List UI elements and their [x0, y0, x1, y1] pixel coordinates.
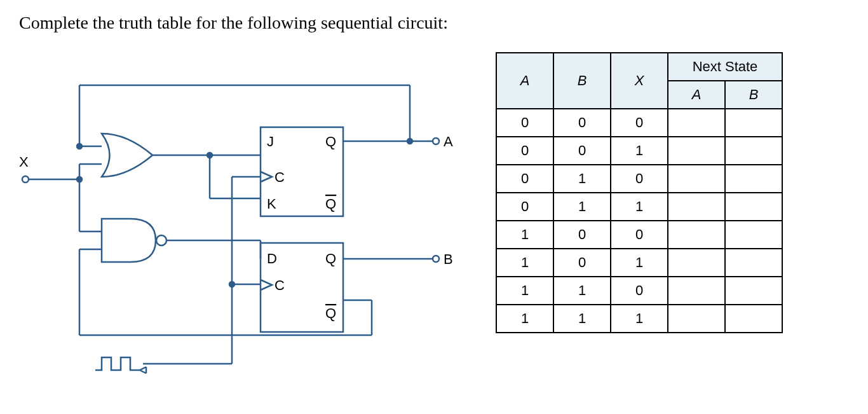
table-cell-nb: [725, 137, 782, 165]
output-a-label: A: [444, 134, 453, 149]
table-cell-x: 0: [611, 165, 668, 193]
table-row: 110: [496, 277, 782, 305]
table-cell-na: [668, 193, 725, 221]
col-header-next-b: B: [725, 81, 782, 109]
table-cell-a: 0: [496, 165, 553, 193]
table-cell-a: 0: [496, 109, 553, 137]
table-cell-b: 0: [553, 249, 611, 277]
svg-point-20: [156, 235, 166, 245]
truth-table: A B X Next State A B 0000010100111001011…: [496, 52, 783, 333]
d-c-label: C: [275, 277, 285, 293]
svg-point-11: [207, 153, 212, 158]
col-header-b: B: [553, 53, 611, 109]
table-row: 001: [496, 137, 782, 165]
table-row: 010: [496, 165, 782, 193]
table-cell-x: 1: [611, 137, 668, 165]
jk-qbar-label: Q: [325, 196, 336, 212]
table-cell-na: [668, 221, 725, 249]
table-cell-a: 1: [496, 249, 553, 277]
svg-point-14: [77, 177, 82, 182]
table-cell-x: 1: [611, 305, 668, 333]
d-d-label: D: [267, 251, 277, 266]
table-row: 111: [496, 305, 782, 333]
output-b-label: B: [444, 251, 453, 267]
table-cell-x: 1: [611, 249, 668, 277]
table-cell-a: 1: [496, 277, 553, 305]
col-header-next-state: Next State: [668, 53, 782, 81]
table-cell-nb: [725, 221, 782, 249]
jk-k-label: K: [267, 196, 276, 212]
table-cell-na: [668, 165, 725, 193]
table-cell-b: 1: [553, 193, 611, 221]
col-header-a: A: [496, 53, 553, 109]
table-cell-x: 0: [611, 109, 668, 137]
svg-point-25: [407, 139, 412, 144]
table-cell-x: 0: [611, 221, 668, 249]
table-row: 100: [496, 221, 782, 249]
table-cell-a: 1: [496, 221, 553, 249]
d-q-label: Q: [325, 251, 336, 266]
table-cell-na: [668, 137, 725, 165]
table-cell-nb: [725, 165, 782, 193]
table-cell-na: [668, 305, 725, 333]
table-cell-b: 0: [553, 109, 611, 137]
table-cell-b: 1: [553, 277, 611, 305]
table-cell-a: 0: [496, 137, 553, 165]
svg-point-26: [433, 138, 439, 144]
col-header-x: X: [611, 53, 668, 109]
table-row: 101: [496, 249, 782, 277]
content-row: X A B J Q C K Q D Q C Q A B: [19, 52, 849, 389]
question-prompt: Complete the truth table for the followi…: [19, 13, 849, 33]
table-row: 000: [496, 109, 782, 137]
table-cell-a: 1: [496, 305, 553, 333]
circuit-diagram: X A B J Q C K Q D Q C Q: [19, 52, 477, 389]
svg-point-35: [229, 282, 234, 287]
input-x-label: X: [19, 154, 29, 170]
svg-point-0: [22, 176, 29, 183]
table-row: 011: [496, 193, 782, 221]
jk-q-label: Q: [325, 134, 336, 149]
svg-point-29: [433, 256, 439, 262]
table-cell-x: 1: [611, 193, 668, 221]
table-cell-nb: [725, 277, 782, 305]
table-cell-na: [668, 109, 725, 137]
table-cell-na: [668, 249, 725, 277]
jk-c-label: C: [275, 169, 285, 185]
table-cell-b: 1: [553, 305, 611, 333]
table-cell-b: 0: [553, 137, 611, 165]
table-cell-x: 0: [611, 277, 668, 305]
table-cell-nb: [725, 249, 782, 277]
table-cell-na: [668, 277, 725, 305]
d-qbar-label: Q: [325, 305, 336, 321]
truth-table-body: 000001010011100101110111: [496, 109, 782, 333]
table-cell-b: 0: [553, 221, 611, 249]
jk-j-label: J: [267, 134, 274, 149]
table-cell-nb: [725, 305, 782, 333]
table-cell-nb: [725, 193, 782, 221]
table-cell-a: 0: [496, 193, 553, 221]
col-header-next-a: A: [668, 81, 725, 109]
table-cell-nb: [725, 109, 782, 137]
table-cell-b: 1: [553, 165, 611, 193]
